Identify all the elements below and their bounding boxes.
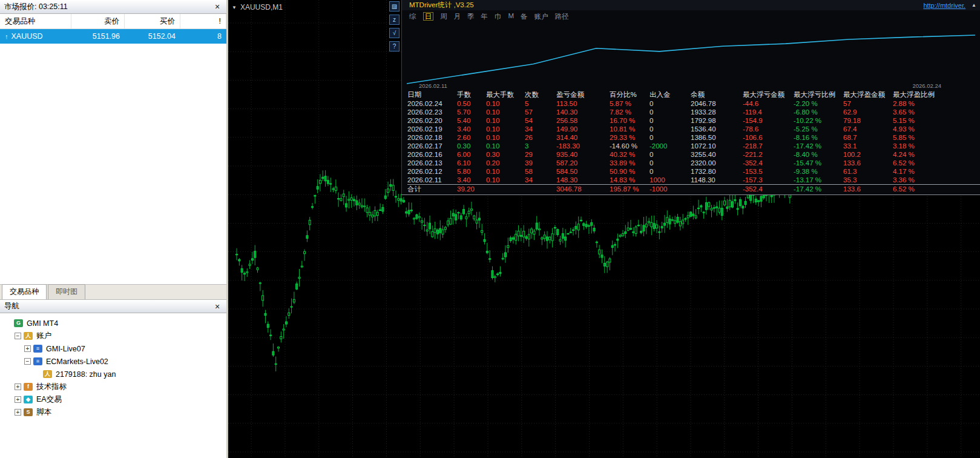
cell: 61.3 xyxy=(843,167,893,176)
mtdriver-menu-账户[interactable]: 账户 xyxy=(534,12,548,21)
cell: 79.18 xyxy=(843,116,893,125)
tree-item-user[interactable]: 人2179188: zhu yan xyxy=(2,368,224,380)
chart-tool-button-1[interactable]: ▨ xyxy=(389,1,400,12)
cell: 0.20 xyxy=(486,159,525,167)
cell: 2026.02.18 xyxy=(407,133,457,142)
expand-icon[interactable]: + xyxy=(15,396,21,403)
cell: 0 xyxy=(649,116,691,125)
mtdriver-menu-路径[interactable]: 路径 xyxy=(555,12,569,21)
chart-tool-button-4[interactable]: ? xyxy=(389,41,400,51)
mtdriver-menu: 综日周月季年巾M备账户路径 xyxy=(402,10,980,22)
expand-icon[interactable]: + xyxy=(15,383,21,390)
market-watch-header: 交易品种 卖价 买价 ! xyxy=(0,14,226,29)
cell: 68.7 xyxy=(843,133,893,142)
ask-price: 5152.04 xyxy=(125,32,180,41)
collapse-icon[interactable]: − xyxy=(24,358,31,365)
column-header: 最大浮亏金额 xyxy=(743,90,794,99)
tree-item-label: 技术指标 xyxy=(36,382,67,392)
mtdriver-menu-综[interactable]: 综 xyxy=(409,12,416,21)
tree-item-terminal[interactable]: GGMI MT4 xyxy=(2,317,224,330)
cell: 33.89 % xyxy=(610,159,649,167)
chart-tool-button-3[interactable]: √ xyxy=(389,28,400,38)
close-icon[interactable]: × xyxy=(212,302,222,311)
column-header: 手数 xyxy=(457,90,486,99)
mtdriver-menu-巾[interactable]: 巾 xyxy=(495,12,502,21)
cell: 2026.02.12 xyxy=(407,167,457,176)
mtdriver-menu-年[interactable]: 年 xyxy=(481,12,488,21)
cell: 16.70 % xyxy=(610,116,649,125)
user-icon: 人 xyxy=(43,370,52,378)
tree-item-label: EA交易 xyxy=(36,394,62,405)
cell: 4.24 % xyxy=(893,150,980,159)
cell xyxy=(486,185,525,194)
expand-icon[interactable]: + xyxy=(15,409,21,416)
expand-icon[interactable]: + xyxy=(24,345,31,352)
tree-item-account[interactable]: +≡GMI-Live07 xyxy=(2,342,224,355)
tab-tick-chart[interactable]: 即时图 xyxy=(48,284,85,299)
cell: 2026.02.11 xyxy=(407,176,457,184)
close-icon[interactable]: × xyxy=(212,2,222,12)
collapse-icon[interactable]: − xyxy=(15,333,21,339)
cell: -157.3 xyxy=(743,176,794,184)
cell: 133.6 xyxy=(843,185,893,194)
cell: -183.30 xyxy=(556,142,610,150)
tree-item-accounts[interactable]: −人账户 xyxy=(2,330,224,342)
chart-tool-buttons: ▨z√? xyxy=(389,1,400,51)
tree-item-script[interactable]: +S脚本 xyxy=(2,406,224,419)
cell: 2026.02.24 xyxy=(407,99,457,108)
price-up-icon: ↑ xyxy=(5,33,8,40)
tree-item-ea[interactable]: +◆EA交易 xyxy=(2,393,224,406)
indicator-icon: f xyxy=(24,383,33,391)
cell: 1148.30 xyxy=(691,176,743,184)
tab-symbols[interactable]: 交易品种 xyxy=(2,284,47,299)
cell: 2046.78 xyxy=(691,99,743,108)
chart-tool-button-2[interactable]: z xyxy=(389,15,400,25)
cell: 39.20 xyxy=(457,185,486,194)
column-header: 出入金 xyxy=(649,90,691,99)
ea-icon: ◆ xyxy=(24,396,33,403)
stats-row: 2026.02.166.000.3029935.4040.32 %03255.4… xyxy=(407,150,980,159)
account-icon: ≡ xyxy=(33,345,42,353)
column-header: 百分比% xyxy=(610,90,649,99)
mtdriver-menu-月[interactable]: 月 xyxy=(454,12,461,21)
cell: 0 xyxy=(649,99,691,108)
cell: 0.30 xyxy=(486,150,525,159)
market-watch-title: 市场报价: 03:25:11 xyxy=(4,2,68,12)
mtdriver-menu-季[interactable]: 季 xyxy=(467,12,475,21)
tree-item-account[interactable]: −≡ECMarkets-Live02 xyxy=(2,355,224,368)
cell: 314.40 xyxy=(556,133,610,142)
chevron-down-icon[interactable]: ▼ xyxy=(232,5,237,10)
cell: 1792.98 xyxy=(691,116,743,125)
cell xyxy=(525,185,556,194)
column-header-ask[interactable]: 买价 xyxy=(125,14,180,28)
cell: -13.17 % xyxy=(794,176,843,184)
cell: -218.7 xyxy=(743,142,794,150)
symbol-row-xauusd[interactable]: ↑XAUUSD 5151.96 5152.04 8 xyxy=(0,29,226,44)
cell: -44.6 xyxy=(743,99,794,108)
market-watch-tabs: 交易品种 即时图 xyxy=(0,284,226,299)
column-header-spread[interactable]: ! xyxy=(180,14,226,28)
mtdriver-menu-M[interactable]: M xyxy=(508,12,515,21)
cell: -9.38 % xyxy=(794,167,843,176)
cell: 2.60 xyxy=(457,133,486,142)
tree-item-label: GMI-Live07 xyxy=(46,345,85,353)
scroll-up-icon[interactable]: ▲ xyxy=(972,2,976,8)
cell: -17.42 % xyxy=(794,185,843,194)
cell: 100.2 xyxy=(843,150,893,159)
cell: -8.16 % xyxy=(794,133,843,142)
chart-area[interactable]: ▼ XAUUSD,M1 ▨z√? MTDriver统计 ,V3.25 http:… xyxy=(228,0,980,458)
cell: -119.4 xyxy=(743,108,794,116)
date-label-left: 2026.02.11 xyxy=(419,82,447,89)
cell: 14.83 % xyxy=(610,176,649,184)
cell: 0.10 xyxy=(486,125,525,133)
stats-row: 2026.02.193.400.1034149.9010.81 %01536.4… xyxy=(407,125,980,133)
mtdriver-menu-备[interactable]: 备 xyxy=(521,12,528,21)
column-header-bid[interactable]: 卖价 xyxy=(71,14,125,28)
cell: 0 xyxy=(649,150,691,159)
mtdriver-link[interactable]: http://mtdriver. xyxy=(923,2,965,9)
mtdriver-menu-周[interactable]: 周 xyxy=(440,12,447,21)
column-header-symbol[interactable]: 交易品种 xyxy=(0,14,71,28)
mtdriver-menu-日[interactable]: 日 xyxy=(423,12,434,21)
cell: 133.6 xyxy=(843,159,893,167)
tree-item-indicator[interactable]: +f技术指标 xyxy=(2,380,224,393)
